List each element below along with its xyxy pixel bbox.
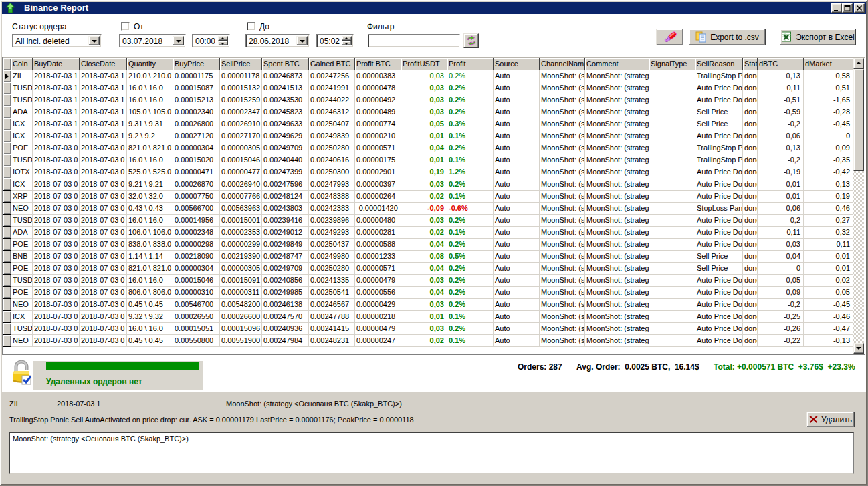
cell-buydate[interactable]: 2018-07-03 0 (33, 335, 80, 347)
cell-sellreason[interactable]: Auto Price Do (695, 166, 743, 178)
cell-profit-btc[interactable]: 0.00001233 (355, 251, 401, 263)
cell-profit[interactable]: 0.5% (447, 251, 494, 263)
cell-gained-btc[interactable]: 0.00244022 (309, 94, 355, 106)
cell-closedate[interactable]: 2018-07-03 0 (80, 335, 127, 347)
cell-dmarket[interactable]: 0,32 (804, 227, 853, 239)
cell-channelname[interactable]: MoonShot: (strategy <Основаня BTC (Skakp… (540, 299, 585, 311)
cell-profitusdt[interactable]: -0,09 (401, 203, 447, 215)
cell-dmarket[interactable]: 0,13 (804, 178, 853, 191)
cell-dmarket[interactable]: 0,01 (804, 251, 853, 263)
cell-profit[interactable]: 0.2% (447, 299, 494, 311)
cell-buydate[interactable]: 2018-07-03 0 (33, 263, 80, 275)
cell-profit-btc[interactable]: 0.00000175 (355, 154, 401, 166)
from-date-picker[interactable]: 03.07.2018 (119, 34, 186, 47)
export-csv-button[interactable]: Export to .csv (689, 29, 766, 45)
cell-profit[interactable]: 0.2% (447, 142, 494, 154)
cell-closedate[interactable]: 2018-07-03 0 (80, 142, 127, 154)
cell-sellreason[interactable]: TrailingStop P (695, 154, 743, 166)
cell-profit[interactable]: 0.1% (447, 335, 494, 347)
cell-coin[interactable]: TUSD (11, 215, 33, 227)
cell-stat[interactable]: done (743, 82, 758, 94)
cell-buyprice[interactable]: 0.00015020 (173, 154, 220, 166)
cell-sellreason[interactable]: Auto Price Do (695, 287, 743, 299)
cell-profit[interactable]: -0.6% (447, 203, 494, 215)
cell-profit[interactable]: 0.2% (447, 215, 494, 227)
cell-source[interactable]: Auto (494, 311, 540, 323)
cell-comment[interactable]: MoonShot: (strategy <Основаня BTC (Skakp… (585, 203, 649, 215)
table-row[interactable]: POE2018-07-03 02018-07-03 0821.0 \ 821.0… (3, 263, 853, 275)
cell-stat[interactable]: done (743, 118, 758, 130)
table-row[interactable]: XRP2018-07-03 02018-07-03 032.0 \ 32.00.… (3, 191, 853, 203)
cell-profitusdt[interactable]: 0,03 (401, 299, 447, 311)
cell-dbtc[interactable]: -0,2 (758, 299, 804, 311)
cell-source[interactable]: Auto (494, 178, 540, 191)
cell-profit-btc[interactable]: 0.00000480 (355, 215, 401, 227)
cell-quantity[interactable]: 9.32 \ 9.32 (127, 311, 173, 323)
cell-gained-btc[interactable]: 0.00247788 (309, 311, 355, 323)
cell-channelname[interactable]: MoonShot: (strategy <Основаня BTC (Skakp… (540, 239, 585, 251)
from-date-dropdown-icon[interactable] (173, 36, 184, 45)
cell-coin[interactable]: ICX (11, 178, 33, 191)
cell-source[interactable]: Auto (494, 142, 540, 154)
cell-profit[interactable]: 0.2% (447, 106, 494, 118)
cell-quantity[interactable]: 16.0 \ 16.0 (127, 82, 173, 94)
grid-header-buyprice[interactable]: BuyPrice (173, 58, 220, 70)
cell-dbtc[interactable]: 0 (758, 263, 804, 275)
cell-buydate[interactable]: 2018-07-03 1 (33, 70, 80, 82)
cell-channelname[interactable]: MoonShot: (strategy <Основаня BTC (Skakp… (540, 130, 585, 142)
cell-gained-btc[interactable]: 0.00250541 (309, 287, 355, 299)
cell-profit-btc[interactable]: 0.00000571 (355, 142, 401, 154)
cell-comment[interactable]: MoonShot: (strategy <Основаня BTC (Skakp… (585, 215, 649, 227)
cell-buydate[interactable]: 2018-07-03 0 (33, 287, 80, 299)
grid-header-spent-btc[interactable]: Spent BTC (262, 58, 309, 70)
cell-stat[interactable]: done (743, 275, 758, 287)
table-row[interactable]: TUSD2018-07-03 02018-07-03 016.0 \ 16.00… (3, 154, 853, 166)
cell-channelname[interactable]: MoonShot: (strategy <Основаня BTC (Skakp… (540, 154, 585, 166)
cell-dmarket[interactable]: 0,19 (804, 191, 853, 203)
cell-profitusdt[interactable]: 0,01 (401, 154, 447, 166)
cell-comment[interactable]: MoonShot: (strategy <Основаня BTC (Skakp… (585, 287, 649, 299)
cell-profit-btc[interactable]: 0.00002901 (355, 166, 401, 178)
cell-coin[interactable]: POE (11, 263, 33, 275)
cell-sellreason[interactable]: Auto Price Do (695, 299, 743, 311)
cell-dmarket[interactable]: -0,01 (804, 263, 853, 275)
cell-signaltype[interactable] (649, 335, 695, 347)
cell-comment[interactable]: MoonShot: (strategy <Основаня BTC (Skakp… (585, 311, 649, 323)
cell-signaltype[interactable] (649, 94, 695, 106)
delete-button[interactable]: Удалить (806, 412, 855, 427)
grid-header-dmarket[interactable]: dMarket (804, 58, 853, 70)
cell-closedate[interactable]: 2018-07-03 1 (80, 118, 127, 130)
cell-dmarket[interactable]: -0,35 (804, 154, 853, 166)
cell-profitusdt[interactable]: 0,08 (401, 251, 447, 263)
cell-signaltype[interactable] (649, 178, 695, 191)
cell-buydate[interactable]: 2018-07-03 0 (33, 323, 80, 335)
cell-dbtc[interactable]: -0,01 (758, 178, 804, 191)
cell-sellreason[interactable]: Auto Price Do (695, 178, 743, 191)
table-row[interactable]: ICX2018-07-03 02018-07-03 09.21 \ 9.210.… (3, 178, 853, 191)
cell-gained-btc[interactable]: 0.00241991 (309, 82, 355, 94)
cell-spent-btc[interactable]: 0.00249709 (262, 142, 309, 154)
cell-channelname[interactable]: MoonShot: (strategy <Основаня BTC (Skakp… (540, 142, 585, 154)
grid-header-stat[interactable]: Stat (743, 58, 758, 70)
cell-buyprice[interactable]: 0.00014956 (173, 215, 220, 227)
cell-closedate[interactable]: 2018-07-03 1 (80, 82, 127, 94)
cell-comment[interactable]: MoonShot: (strategy <Основаня BTC (Skakp… (585, 178, 649, 191)
cell-spent-btc[interactable]: 0.00247596 (262, 178, 309, 191)
cell-gained-btc[interactable]: 0.00239896 (309, 215, 355, 227)
cell-channelname[interactable]: MoonShot: (strategy <Основаня BTC (Skakp… (540, 311, 585, 323)
cell-source[interactable]: Auto (494, 191, 540, 203)
cell-quantity[interactable]: 9.2 \ 9.2 (127, 130, 173, 142)
cell-profit-btc[interactable]: 0.00000478 (355, 82, 401, 94)
cell-buydate[interactable]: 2018-07-03 0 (33, 215, 80, 227)
cell-gained-btc[interactable]: 0.00247256 (309, 70, 355, 82)
cell-dmarket[interactable]: 0,46 (804, 203, 853, 215)
table-row[interactable]: ADA2018-07-03 12018-07-03 1105.0 \ 105.0… (3, 106, 853, 118)
cell-buyprice[interactable]: 0.00000298 (173, 239, 220, 251)
cell-sellprice[interactable]: 0.00219390 (220, 251, 262, 263)
cell-sellprice[interactable]: 0.00015132 (220, 82, 262, 94)
cell-comment[interactable]: MoonShot: (strategy <Основаня BTC (Skakp… (585, 191, 649, 203)
cell-sellreason[interactable]: Sell Price (695, 118, 743, 130)
cell-channelname[interactable]: MoonShot: (strategy <Основаня BTC (Skakp… (540, 166, 585, 178)
cell-gained-btc[interactable]: 0.00250300 (309, 166, 355, 178)
cell-buyprice[interactable]: 0.00007750 (173, 191, 220, 203)
